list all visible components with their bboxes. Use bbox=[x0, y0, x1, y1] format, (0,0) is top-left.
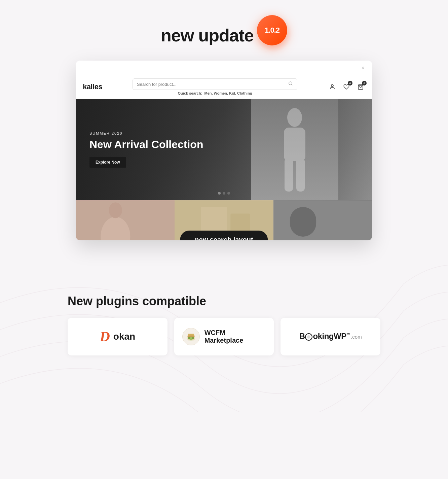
hero-cta-button[interactable]: Explore Now bbox=[89, 157, 126, 168]
dokan-d-letter: D bbox=[100, 329, 110, 345]
search-layout-label: new search layout bbox=[180, 231, 268, 240]
thumb-item-1 bbox=[76, 200, 175, 240]
svg-rect-20 bbox=[187, 336, 194, 337]
quick-search-prefix: Quick search: bbox=[178, 91, 202, 95]
bookingwp-logo: B okingWP™ .com bbox=[299, 332, 362, 342]
thumb-item-3 bbox=[273, 200, 372, 240]
browser-window: × kalles Quick search: Men, Women, Kid, … bbox=[76, 61, 372, 240]
svg-rect-15 bbox=[290, 207, 316, 237]
wishlist-badge: 0 bbox=[348, 81, 352, 85]
svg-line-1 bbox=[292, 84, 293, 85]
store-header: kalles Quick search: Men, Women, Kid, Cl… bbox=[76, 75, 372, 99]
hero-season: SUMMER 2020 bbox=[89, 131, 203, 135]
svg-point-2 bbox=[331, 84, 333, 87]
cart-icon[interactable]: 0 bbox=[356, 82, 365, 92]
plugin-card-dokan: D okan bbox=[68, 318, 167, 355]
svg-rect-14 bbox=[273, 200, 372, 240]
plugins-section-title: New plugins compatible bbox=[68, 294, 380, 308]
svg-rect-7 bbox=[296, 158, 305, 192]
bookingwp-domain: .com bbox=[351, 334, 362, 340]
page-wrapper: new update 1.0.2 × kalles bbox=[0, 0, 448, 382]
svg-point-0 bbox=[289, 82, 292, 85]
search-bar[interactable] bbox=[133, 78, 297, 90]
svg-rect-5 bbox=[284, 128, 305, 161]
svg-point-4 bbox=[287, 108, 302, 127]
search-icon bbox=[288, 81, 293, 87]
svg-point-22 bbox=[307, 335, 310, 339]
svg-rect-19 bbox=[192, 337, 194, 339]
close-button[interactable]: × bbox=[359, 64, 367, 71]
svg-rect-18 bbox=[188, 337, 190, 339]
header-section: new update 1.0.2 bbox=[161, 20, 287, 50]
hero-banner: SUMMER 2020 New Arrival Collection Explo… bbox=[76, 99, 372, 200]
store-logo: kalles bbox=[83, 82, 102, 91]
search-bar-wrapper: Quick search: Men, Women, Kid, Clothing bbox=[108, 78, 322, 95]
browser-titlebar: × bbox=[76, 61, 372, 75]
cart-badge: 0 bbox=[362, 81, 367, 85]
store-actions: 0 0 bbox=[328, 82, 365, 92]
dokan-text: okan bbox=[113, 331, 135, 342]
search-input[interactable] bbox=[137, 82, 286, 87]
wcfm-icon bbox=[182, 328, 200, 345]
bookingwp-text: B okingWP™ bbox=[299, 332, 350, 342]
page-title: new update bbox=[161, 25, 254, 45]
version-badge: 1.0.2 bbox=[257, 15, 287, 45]
plugins-section: New plugins compatible D okan bbox=[64, 294, 384, 355]
hero-content: SUMMER 2020 New Arrival Collection Explo… bbox=[76, 121, 217, 178]
wcfm-logo: WCFM Marketplace bbox=[182, 328, 266, 345]
search-layout-label-wrapper: new search layout bbox=[180, 231, 268, 240]
plugin-card-bookingwp: B okingWP™ .com bbox=[281, 318, 380, 355]
page-title-wrapper: new update 1.0.2 bbox=[161, 20, 287, 50]
quick-search-label: Quick search: Men, Women, Kid, Clothing bbox=[178, 91, 252, 95]
hero-title: New Arrival Collection bbox=[89, 138, 203, 151]
dokan-logo: D okan bbox=[100, 329, 135, 345]
quick-search-items: Men, Women, Kid, Clothing bbox=[204, 91, 252, 95]
account-icon[interactable] bbox=[328, 82, 337, 92]
plugins-grid: D okan bbox=[68, 318, 380, 355]
plugin-card-wcfm: WCFM Marketplace bbox=[174, 318, 274, 355]
svg-rect-6 bbox=[285, 158, 293, 192]
wcfm-text: WCFM Marketplace bbox=[204, 329, 266, 344]
wishlist-icon[interactable]: 0 bbox=[342, 82, 351, 92]
svg-point-10 bbox=[109, 202, 122, 218]
